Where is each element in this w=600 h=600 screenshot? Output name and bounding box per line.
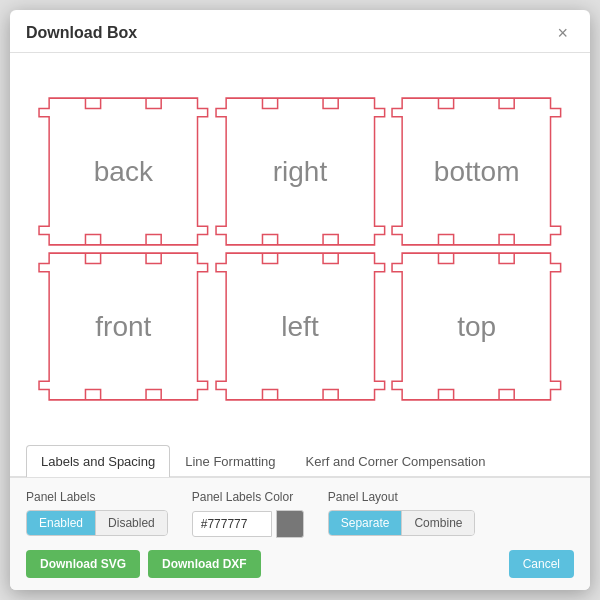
- panel-layout-combine-button[interactable]: Combine: [402, 511, 474, 535]
- panel-bottom-label: bottom: [434, 156, 520, 188]
- options-row: Panel Labels Enabled Disabled Panel Labe…: [26, 490, 574, 538]
- panel-right: right: [212, 94, 389, 249]
- tab-line[interactable]: Line Formatting: [170, 445, 290, 477]
- tab-labels[interactable]: Labels and Spacing: [26, 445, 170, 477]
- panel-left: left: [212, 249, 389, 404]
- panel-top: top: [388, 249, 565, 404]
- cancel-button[interactable]: Cancel: [509, 550, 574, 578]
- panels-grid: back right: [35, 94, 565, 404]
- panel-layout-separate-button[interactable]: Separate: [329, 511, 403, 535]
- color-input-row: [192, 510, 304, 538]
- download-svg-button[interactable]: Download SVG: [26, 550, 140, 578]
- panel-bottom: bottom: [388, 94, 565, 249]
- panel-labels-color-label: Panel Labels Color: [192, 490, 304, 504]
- panel-layout-label: Panel Layout: [328, 490, 476, 504]
- panel-layout-toggle: Separate Combine: [328, 510, 476, 536]
- panel-labels-group: Panel Labels Enabled Disabled: [26, 490, 168, 536]
- panel-labels-label: Panel Labels: [26, 490, 168, 504]
- box-preview: back right: [10, 53, 590, 445]
- panel-top-label: top: [457, 311, 496, 343]
- download-dxf-button[interactable]: Download DXF: [148, 550, 261, 578]
- panel-labels-enabled-button[interactable]: Enabled: [27, 511, 96, 535]
- panel-front-label: front: [95, 311, 151, 343]
- color-swatch[interactable]: [276, 510, 304, 538]
- color-text-input[interactable]: [192, 511, 272, 537]
- panel-front: front: [35, 249, 212, 404]
- panel-labels-disabled-button[interactable]: Disabled: [96, 511, 167, 535]
- action-row: Download SVG Download DXF Cancel: [26, 550, 574, 578]
- panel-labels-color-group: Panel Labels Color: [192, 490, 304, 538]
- panel-left-label: left: [281, 311, 318, 343]
- close-button[interactable]: ×: [551, 22, 574, 44]
- tabs: Labels and Spacing Line Formatting Kerf …: [26, 445, 574, 476]
- dialog-header: Download Box ×: [10, 10, 590, 53]
- action-left: Download SVG Download DXF: [26, 550, 261, 578]
- dialog: Download Box × back: [10, 10, 590, 590]
- tabs-area: Labels and Spacing Line Formatting Kerf …: [10, 445, 590, 477]
- panel-right-label: right: [273, 156, 327, 188]
- tab-kerf[interactable]: Kerf and Corner Compensation: [291, 445, 501, 477]
- dialog-title: Download Box: [26, 24, 137, 42]
- panel-back-label: back: [94, 156, 153, 188]
- panel-labels-toggle: Enabled Disabled: [26, 510, 168, 536]
- panel-back: back: [35, 94, 212, 249]
- dialog-footer: Panel Labels Enabled Disabled Panel Labe…: [10, 477, 590, 590]
- panel-layout-group: Panel Layout Separate Combine: [328, 490, 476, 536]
